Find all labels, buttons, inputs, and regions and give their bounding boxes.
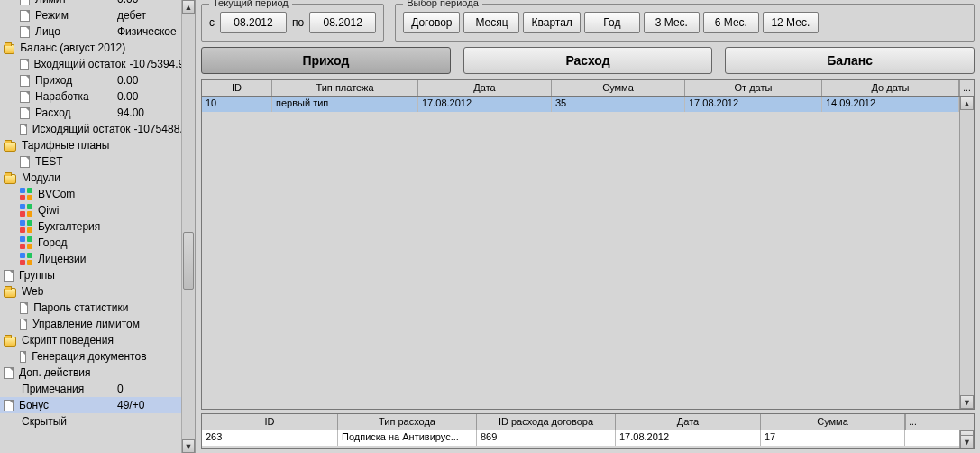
tree-scrollbar[interactable]: ▲ ▼ [181, 0, 195, 453]
column-header[interactable]: Тип платежа [272, 80, 418, 96]
tree-label: TEST [33, 155, 114, 168]
column-header[interactable]: Дата [418, 80, 552, 96]
tab-приход[interactable]: Приход [201, 47, 451, 74]
folder-icon [4, 337, 16, 347]
column-header[interactable]: От даты [685, 80, 822, 96]
table-cell: 35 [552, 97, 685, 112]
period-to-button[interactable]: 08.2012 [309, 12, 376, 33]
scroll-down-icon[interactable]: ▼ [960, 435, 974, 448]
period-pick-button[interactable]: Месяц [463, 12, 519, 33]
column-header[interactable]: До даты [822, 80, 959, 96]
blank-icon [4, 383, 16, 395]
tree-label: Доп. действия [17, 366, 114, 379]
column-header[interactable]: Дата [616, 414, 761, 430]
table-cell: Подписка на Антивирус... [338, 430, 477, 446]
tree-row[interactable]: Управление лимитом [0, 316, 195, 332]
column-header[interactable]: ID расхода договора [477, 414, 616, 430]
tree-row[interactable]: TEST [0, 153, 195, 170]
tree-row[interactable]: ЛицоФизическое [0, 23, 195, 40]
period-pick-button[interactable]: 3 Мес. [644, 12, 700, 33]
top-bar: Текущий период с 08.2012 по 08.2012 Выбо… [201, 4, 975, 42]
scroll-down-icon[interactable]: ▼ [182, 439, 195, 453]
grid-corner-menu[interactable]: ... [959, 80, 974, 96]
document-icon [20, 302, 28, 314]
tree-label: Лимит [33, 0, 114, 5]
period-pick-button[interactable]: Год [584, 12, 640, 33]
table-row[interactable]: 263Подписка на Антивирус...86917.08.2012… [202, 430, 959, 446]
module-icon [20, 204, 32, 217]
tab-баланс[interactable]: Баланс [725, 47, 975, 74]
document-icon [4, 270, 14, 282]
tree-label: Web [20, 285, 114, 298]
document-icon [20, 107, 30, 119]
tree-label: Город [36, 236, 114, 249]
grid-income: IDТип платежаДатаСуммаОт датыДо даты... … [201, 79, 975, 410]
scroll-up-icon[interactable]: ▲ [182, 0, 195, 14]
tree-row[interactable]: Web [0, 283, 195, 300]
period-pick-button[interactable]: 12 Мес. [763, 12, 819, 33]
table-cell: 17 [761, 430, 905, 446]
tree-row[interactable]: Расход94.00 [0, 105, 195, 121]
tab-расход[interactable]: Расход [463, 47, 713, 74]
tree[interactable]: Лимит0.00РежимдебетЛицоФизическоеБаланс … [0, 0, 195, 453]
column-header[interactable]: Тип расхода [338, 414, 477, 430]
tree-label: Тарифные планы [20, 139, 114, 152]
tree-label: Скрипт поведения [20, 334, 114, 347]
module-icon [20, 236, 32, 249]
tree-row[interactable]: Бонус49/+0 [0, 397, 195, 413]
tree-row[interactable]: Лицензии [0, 251, 195, 267]
grid-scrollbar[interactable]: ▲ ▼ [959, 430, 974, 448]
period-pick-button[interactable]: Договор [403, 12, 460, 33]
tree-row[interactable]: Приход0.00 [0, 72, 195, 88]
column-header[interactable]: ID [202, 80, 272, 96]
tree-panel: Лимит0.00РежимдебетЛицоФизическоеБаланс … [0, 0, 196, 453]
column-header[interactable]: ID [202, 414, 338, 430]
scroll-down-icon[interactable]: ▼ [960, 395, 974, 409]
blank-icon [4, 415, 16, 428]
tree-row[interactable]: Группы [0, 267, 195, 283]
table-cell: 17.08.2012 [418, 97, 552, 112]
document-icon [20, 10, 30, 22]
tree-row[interactable]: Режимдебет [0, 7, 195, 23]
column-header[interactable]: Сумма [552, 80, 685, 96]
grid-scrollbar[interactable]: ▲ ▼ [959, 97, 974, 409]
tree-row[interactable]: BVCom [0, 186, 195, 202]
folder-icon [4, 44, 14, 54]
tree-row[interactable]: Исходящий остаток-1075488.96 [0, 121, 195, 137]
tree-row[interactable]: Бухгалтерия [0, 218, 195, 235]
tree-row[interactable]: Лимит0.00 [0, 0, 195, 7]
table-cell: 14.09.2012 [822, 97, 959, 112]
scroll-thumb[interactable] [183, 232, 194, 290]
table-cell: первый тип [272, 97, 418, 112]
tree-label: Бонус [17, 399, 114, 411]
tree-row[interactable]: Скрытый [0, 413, 195, 430]
period-from-button[interactable]: 08.2012 [220, 12, 287, 33]
period-pick-button[interactable]: Квартал [523, 12, 580, 33]
table-row[interactable]: 10первый тип17.08.20123517.08.201214.09.… [202, 97, 959, 112]
tree-row[interactable]: Модули [0, 170, 195, 186]
table-cell: 17.08.2012 [616, 430, 761, 446]
tree-row[interactable]: Входящий остаток-1075394.96 [0, 56, 195, 72]
period-pick-button[interactable]: 6 Мес. [703, 12, 759, 33]
tree-label: Лицо [33, 25, 114, 38]
tree-row[interactable]: Наработка0.00 [0, 88, 195, 105]
tree-row[interactable]: Доп. действия [0, 365, 195, 381]
tree-label: Модули [20, 171, 114, 184]
tree-row[interactable]: Генерация документов [0, 348, 195, 365]
tree-label: Расход [33, 106, 114, 119]
module-icon [20, 220, 32, 233]
tree-row[interactable]: Пароль статистики [0, 300, 195, 316]
document-icon [20, 59, 29, 70]
column-header[interactable]: Сумма [761, 414, 905, 430]
tree-row[interactable]: Тарифные планы [0, 137, 195, 153]
tree-label: Приход [33, 74, 114, 87]
tree-label: Управление лимитом [31, 318, 140, 330]
tree-label: Примечания [20, 383, 114, 395]
tree-row[interactable]: Примечания0 [0, 381, 195, 397]
tree-row[interactable]: Город [0, 235, 195, 251]
grid-corner-menu[interactable]: ... [905, 414, 920, 430]
tree-row[interactable]: Скрипт поведения [0, 332, 195, 348]
tree-row[interactable]: Баланс (август 2012) [0, 40, 195, 56]
scroll-up-icon[interactable]: ▲ [960, 97, 974, 110]
tree-row[interactable]: Qiwi [0, 202, 195, 218]
